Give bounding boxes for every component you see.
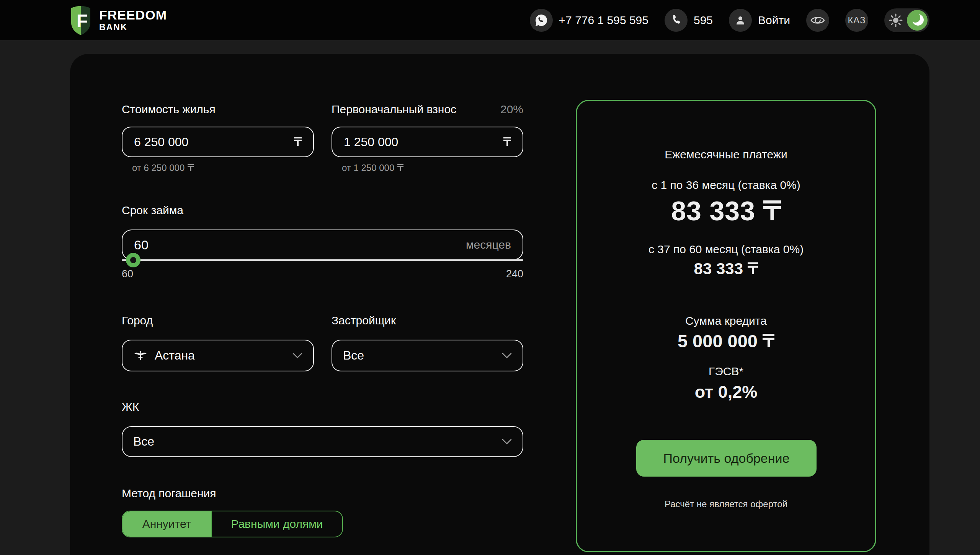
credit-sum-label: Сумма кредита <box>577 314 875 327</box>
term-label: Срок займа <box>122 204 183 217</box>
astana-emblem-icon <box>133 350 148 362</box>
logo-text-freedom: FREEDOM <box>99 8 167 21</box>
term-slider-track[interactable] <box>122 259 523 261</box>
down-payment-input[interactable] <box>344 135 503 149</box>
phone-contact[interactable]: 595 <box>665 9 713 32</box>
eye-accessibility-icon[interactable] <box>806 9 829 32</box>
term-slider-scale: 60 240 <box>122 268 523 280</box>
term-slider-handle[interactable] <box>126 253 140 267</box>
summary-card: Ежемесячные платежи с 1 по 36 месяц (ста… <box>576 100 876 552</box>
repayment-toggle: Аннуитет Равными долями <box>122 511 343 537</box>
down-payment-hint: от 1 250 000 <box>342 163 403 173</box>
down-payment-label: Первоначальный взнос <box>332 103 456 116</box>
tenge-symbol <box>748 262 758 274</box>
login-button[interactable]: Войти <box>729 9 790 32</box>
gesv-value: от 0,2% <box>577 382 875 402</box>
term-input[interactable] <box>134 238 466 252</box>
term-max-label: 240 <box>506 268 523 280</box>
repayment-option-equal-shares[interactable]: Равными долями <box>211 511 342 537</box>
credit-sum-amount: 5 000 000 <box>577 330 875 352</box>
tenge-symbol <box>503 135 511 148</box>
theme-toggle[interactable] <box>884 8 929 32</box>
phone-icon <box>665 9 688 32</box>
logo-text-bank: BANK <box>99 23 167 32</box>
period1-amount: 83 333 <box>577 196 875 226</box>
phone-short-number: 595 <box>694 14 713 27</box>
developer-dropdown[interactable]: Все <box>332 340 523 371</box>
tenge-symbol <box>763 334 774 347</box>
whatsapp-icon <box>530 9 553 32</box>
complex-value: Все <box>133 435 495 449</box>
cost-input-box <box>122 127 314 157</box>
developer-value: Все <box>343 348 495 363</box>
gesv-label: ГЭСВ* <box>577 365 875 378</box>
freedom-bank-logo[interactable]: F FREEDOM BANK <box>70 5 167 36</box>
tenge-symbol <box>397 164 403 171</box>
city-label: Город <box>122 314 153 327</box>
repayment-label: Метод погашения <box>122 487 216 500</box>
header: F FREEDOM BANK +7 776 1 595 595 <box>0 0 980 40</box>
cost-label: Стоимость жилья <box>122 103 216 116</box>
shield-logo-icon: F <box>70 5 91 36</box>
login-label: Войти <box>758 14 790 27</box>
down-payment-percent: 20% <box>453 103 523 116</box>
svg-text:F: F <box>77 11 88 31</box>
whatsapp-contact[interactable]: +7 776 1 595 595 <box>530 9 648 32</box>
city-value: Астана <box>155 348 286 363</box>
term-input-box: месяцев <box>122 229 523 260</box>
developer-label: Застройщик <box>332 314 396 327</box>
tenge-symbol <box>763 200 781 220</box>
complex-label: ЖК <box>122 400 139 413</box>
chevron-down-icon <box>292 353 302 358</box>
period2-label: с 37 по 60 месяц (ставка 0%) <box>577 243 875 256</box>
city-dropdown[interactable]: Астана <box>122 340 314 371</box>
get-approval-button[interactable]: Получить одобрение <box>636 440 817 477</box>
chevron-down-icon <box>502 439 512 444</box>
period1-label: с 1 по 36 месяц (ставка 0%) <box>577 179 875 192</box>
term-min-label: 60 <box>122 268 133 280</box>
down-payment-input-box <box>332 127 523 157</box>
sun-icon <box>889 13 903 27</box>
whatsapp-number: +7 776 1 595 595 <box>559 14 648 27</box>
summary-title: Ежемесячные платежи <box>577 148 875 161</box>
chevron-down-icon <box>502 353 512 358</box>
cost-input[interactable] <box>134 135 294 149</box>
period2-amount: 83 333 <box>577 260 875 278</box>
user-icon <box>729 9 752 32</box>
tenge-symbol <box>294 135 302 148</box>
disclaimer: Расчёт не является офертой <box>577 499 875 509</box>
moon-icon <box>907 10 928 31</box>
term-unit: месяцев <box>466 238 511 251</box>
complex-dropdown[interactable]: Все <box>122 426 523 457</box>
tenge-symbol <box>188 164 194 171</box>
repayment-option-annuity[interactable]: Аннуитет <box>122 511 211 537</box>
calculator-panel: Стоимость жилья от 6 250 000 Первоначаль… <box>70 54 929 555</box>
language-switcher[interactable]: КАЗ <box>845 9 868 32</box>
cost-hint: от 6 250 000 <box>132 163 194 173</box>
